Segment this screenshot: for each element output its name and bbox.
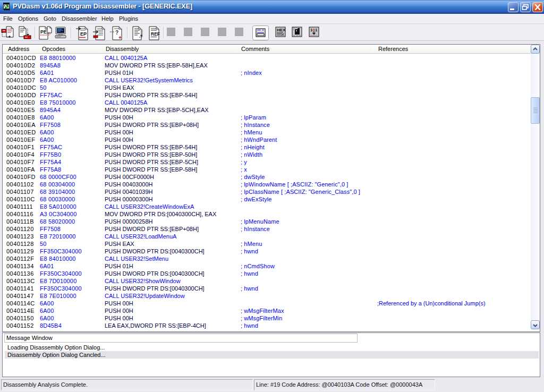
- svg-text:HEX: HEX: [277, 28, 286, 32]
- svg-text:PE: PE: [40, 29, 47, 35]
- svg-text:REF: REF: [151, 31, 160, 37]
- svg-text:?: ?: [115, 30, 118, 36]
- svg-text:EP: EP: [80, 31, 87, 37]
